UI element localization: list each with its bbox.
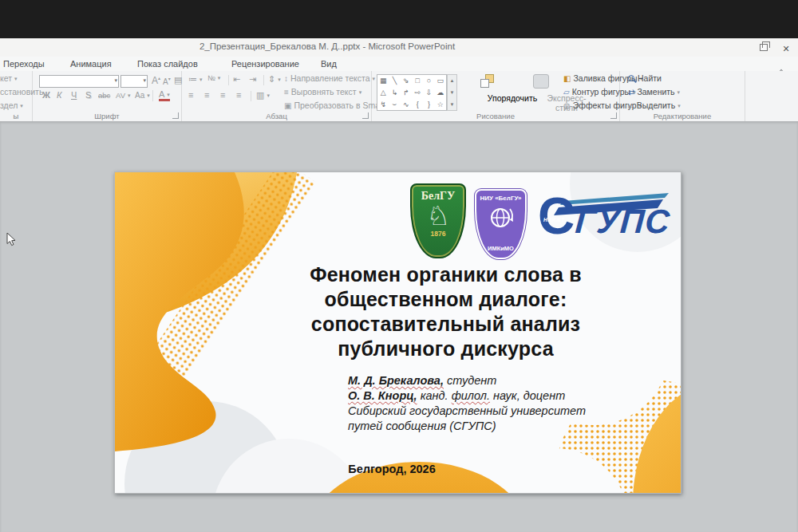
align-text-icon: ≡	[284, 88, 289, 97]
character-spacing-button[interactable]: AV	[116, 91, 130, 100]
justify-button[interactable]: ≡	[236, 90, 241, 100]
shape-frame-icon[interactable]: ▦	[377, 75, 389, 87]
belgu-logo-year: 1876	[412, 230, 464, 238]
sgups-logo-small: НИИЖТ	[543, 217, 565, 223]
bold-button[interactable]: Ж	[42, 90, 50, 100]
text-direction-icon: ↕	[284, 74, 288, 83]
italic-button[interactable]: К	[57, 90, 61, 100]
shape-elbow-arrow-icon[interactable]: ↱	[401, 87, 412, 99]
smartart-icon: ▣	[284, 101, 291, 110]
section-button[interactable]: здел	[0, 100, 23, 110]
shape-rounded-rect-icon[interactable]: ▭	[435, 75, 446, 87]
shape-brace-left-icon[interactable]: {	[412, 98, 423, 110]
align-left-button[interactable]: ≡	[188, 90, 193, 100]
shape-rectangle-icon[interactable]: □	[412, 75, 423, 87]
globe-icon	[486, 203, 516, 231]
columns-button[interactable]: ▥	[256, 90, 270, 100]
shape-ellipse-icon[interactable]: ○	[423, 75, 434, 87]
paragraph-group-label: Абзац	[182, 112, 371, 120]
font-group-label: Шрифт	[33, 112, 181, 120]
shrink-font-button[interactable]: А	[163, 76, 171, 86]
shape-effects-icon: ◍	[563, 101, 571, 110]
shape-brace-right-icon[interactable]: }	[423, 98, 434, 110]
title-line-1: Феномен органики слова в	[240, 262, 651, 287]
line-spacing-button[interactable]: ⇕	[268, 74, 281, 85]
layout-button[interactable]: кет	[0, 73, 18, 83]
tab-transitions[interactable]: Переходы	[0, 58, 48, 69]
authors-block[interactable]: М. Д. Брекалова, студент О. В. Кнорц, ка…	[348, 373, 619, 434]
select-icon: ▻	[628, 101, 634, 110]
shape-elbow-icon[interactable]: ↳	[389, 87, 400, 99]
drawing-dialog-launcher[interactable]	[610, 112, 617, 119]
grow-font-button[interactable]: А	[152, 75, 160, 86]
slide-footer[interactable]: Белгород, 2026	[312, 463, 472, 475]
shape-cloud-icon[interactable]: ☁	[435, 87, 446, 99]
find-icon	[628, 75, 634, 81]
author2-misspelled-word: филол.	[452, 389, 490, 402]
shape-curve-icon[interactable]: ∿	[401, 98, 412, 110]
tab-view[interactable]: Вид	[318, 58, 340, 69]
font-color-button[interactable]: А	[159, 90, 170, 101]
font-group: А А ▤ Ж К Ч S abc AV Aa А Шрифт	[33, 71, 182, 121]
paragraph-group: ≔ № ⇤ ⇥ ⇕ ≡ ≡ ≡ ≡ ▥ ↕Направление текста …	[182, 71, 372, 121]
slides-group: кет сстановить здел ы	[0, 71, 33, 121]
shape-arrow-line-icon[interactable]: ⇘	[401, 75, 412, 87]
change-case-button[interactable]: Aa	[135, 91, 150, 100]
close-button[interactable]	[776, 41, 796, 54]
arrange-button[interactable]: Упорядочить	[461, 73, 512, 111]
author-line-2: О. В. Кнорц, канд. филол. наук, доцент	[348, 388, 619, 404]
shape-fill-icon: ◧	[563, 74, 571, 83]
author2-name: О. В. Кнорц,	[348, 389, 417, 402]
shape-triangle-icon[interactable]: △	[377, 87, 389, 99]
select-button[interactable]: ▻Выделить	[628, 100, 681, 110]
align-center-button[interactable]: ≡	[204, 90, 209, 100]
underline-button[interactable]: Ч	[71, 90, 77, 100]
shape-line-icon[interactable]: ╲	[389, 75, 400, 87]
numbering-button[interactable]: №	[207, 74, 220, 82]
title-line-3: сопоставительный анализ	[240, 312, 651, 337]
align-text-button[interactable]: ≡Выровнять текст	[284, 87, 361, 97]
clear-formatting-icon[interactable]: ▤	[174, 75, 182, 85]
shape-arrow-down-icon[interactable]: ⇩	[423, 87, 434, 99]
shape-star-icon[interactable]: ☆	[435, 98, 446, 110]
sgups-logo: С НИИЖТ ГУПС	[538, 193, 670, 249]
decrease-indent-button[interactable]: ⇤	[233, 74, 240, 85]
strikethrough-button[interactable]: abc	[98, 91, 110, 100]
font-dialog-launcher[interactable]	[172, 112, 179, 119]
sgups-logo-c: С	[538, 188, 575, 244]
text-shadow-button[interactable]: S	[85, 90, 91, 100]
align-right-button[interactable]: ≡	[220, 90, 225, 100]
affiliation-line-1: Сибирский государственный университет	[348, 404, 619, 419]
slide-title[interactable]: Феномен органики слова в общественном ди…	[240, 262, 651, 361]
font-size-combo[interactable]	[120, 75, 148, 88]
font-name-combo[interactable]	[39, 75, 119, 88]
drawing-group-label: Рисование	[372, 112, 619, 120]
tab-slideshow[interactable]: Показ слайдов	[134, 58, 201, 69]
increase-indent-button[interactable]: ⇥	[249, 74, 256, 85]
replace-icon: ⇄	[628, 88, 634, 97]
shapes-gallery-scrollbar[interactable]: ▲▼▼	[447, 74, 457, 111]
shape-freeform-icon[interactable]: ↯	[377, 98, 389, 110]
restore-icon	[760, 44, 768, 51]
window-title: 2_Презентация_Брекалова М. Д..pptx - Mic…	[0, 41, 654, 51]
tab-animations[interactable]: Анимация	[67, 58, 115, 69]
quick-styles-button[interactable]: Экспресс-стили	[516, 73, 567, 111]
quick-styles-icon	[533, 74, 549, 89]
paragraph-dialog-launcher[interactable]	[362, 112, 369, 119]
shape-arrow-right-icon[interactable]: ⇨	[412, 87, 423, 99]
replace-button[interactable]: ⇄Заменить	[628, 87, 680, 97]
tab-review[interactable]: Рецензирование	[228, 58, 302, 69]
author1-role: студент	[444, 374, 496, 387]
slide-canvas[interactable]: БелГУ ♘ 1876 НИУ «БелГУ» ИМКиМО	[114, 171, 681, 494]
bullets-button[interactable]: ≔	[188, 74, 203, 85]
shape-outline-icon: ▱	[563, 88, 570, 97]
restore-button[interactable]	[753, 41, 774, 54]
ribbon: кет сстановить здел ы А А ▤ Ж К Ч S abc …	[0, 71, 798, 122]
shapes-gallery[interactable]: ▦ ╲ ⇘ □ ○ ▭ △ ↳ ↱ ⇨ ⇩ ☁ ↯ ⌣ ∿ { } ☆	[377, 74, 447, 111]
close-icon	[782, 41, 789, 55]
find-button[interactable]: Найти	[628, 73, 662, 83]
slides-group-label: ы	[0, 112, 32, 120]
title-line-2: общественном диалоге:	[240, 287, 651, 312]
shape-arc-icon[interactable]: ⌣	[389, 98, 400, 110]
text-direction-button[interactable]: ↕Направление текста	[284, 73, 375, 83]
